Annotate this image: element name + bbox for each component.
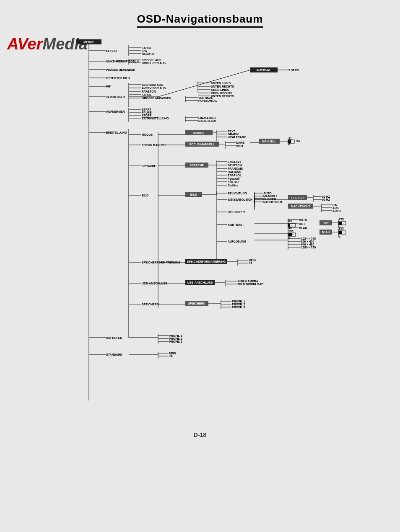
- svg-text:WEIT: WEIT: [236, 145, 244, 147]
- content-area: AVerMedia text { font-family: Arial, Hel…: [7, 36, 393, 423]
- svg-text:NEIN: NEIN: [169, 352, 176, 355]
- svg-text:HIGH FRAME: HIGH FRAME: [228, 136, 247, 139]
- svg-text:TEXT: TEXT: [228, 130, 236, 133]
- svg-text:0: 0: [288, 236, 290, 239]
- svg-text:ZEITEINSTELLUNG: ZEITEINSTELLUNG: [142, 117, 169, 120]
- svg-text:OBEN LINKS: OBEN LINKS: [211, 88, 229, 91]
- diagram-area: text { font-family: Arial, Helvetica, sa…: [74, 36, 393, 423]
- svg-text:DAUERLAUF: DAUERLAUF: [198, 119, 217, 122]
- svg-text:PROFIL  3: PROFIL 3: [232, 306, 245, 309]
- page-title: OSD-Navigationsbaum: [137, 13, 263, 28]
- svg-text:800  × 600: 800 × 600: [301, 240, 314, 243]
- svg-text:HORIZONTAL: HORIZONTAL: [198, 99, 218, 102]
- svg-text:USB-ANSCHLUSS: USB-ANSCHLUSS: [187, 281, 213, 284]
- svg-text:NACHTSICHT: NACHTSICHT: [291, 205, 310, 208]
- svg-text:STOPP: STOPP: [142, 114, 152, 117]
- svg-text:1024 × 768: 1024 × 768: [301, 237, 316, 240]
- svg-text:HELLIGKEIT: HELLIGKEIT: [228, 211, 245, 214]
- page-number: D-18: [194, 431, 206, 438]
- svg-text:60 HZ: 60 HZ: [322, 198, 330, 201]
- svg-text:PROFIL  2: PROFIL 2: [232, 303, 245, 306]
- svg-text:NEIN: NEIN: [249, 259, 256, 262]
- svg-text:SPRACHE: SPRACHE: [142, 165, 156, 168]
- svg-text:640  × 480: 640 × 480: [301, 243, 314, 246]
- svg-text:UNTEN RECHTS: UNTEN RECHTS: [211, 85, 234, 88]
- logo-prefix: AVer: [7, 35, 42, 53]
- svg-text:21: 21: [288, 137, 292, 140]
- svg-text:INTERVAL: INTERVAL: [257, 69, 271, 72]
- svg-text:AUFLÖSUNG: AUFLÖSUNG: [228, 240, 247, 243]
- svg-text:OBEN RECHTS: OBEN RECHTS: [211, 92, 232, 95]
- svg-text:SPEICHERN: SPEICHERN: [188, 302, 205, 305]
- svg-text:AUTO: AUTO: [299, 218, 307, 221]
- svg-text:EINZELBILD: EINZELBILD: [198, 116, 216, 119]
- svg-text:MENUE: MENUE: [83, 41, 94, 44]
- svg-text:PRÄSENTIERENDER: PRÄSENTIERENDER: [106, 68, 135, 71]
- svg-text:JA: JA: [249, 262, 252, 265]
- svg-text:BLAU: BLAU: [299, 227, 307, 230]
- svg-text:POLSKI: POLSKI: [228, 181, 239, 183]
- svg-text:ESPAÑOL: ESPAÑOL: [228, 173, 242, 177]
- svg-text:MANUELL: MANUELL: [262, 140, 277, 143]
- svg-text:MANUELL: MANUELL: [263, 195, 278, 198]
- svg-text:PIP: PIP: [106, 85, 111, 88]
- svg-text:KONTRAST: KONTRAST: [228, 223, 244, 226]
- svg-text:SPEICHERN: SPEICHERN: [142, 303, 159, 306]
- svg-text:DEUTSCH: DEUTSCH: [228, 164, 242, 167]
- svg-text:PAUSE: PAUSE: [142, 111, 152, 114]
- page: OSD-Navigationsbaum AVerMedia text { fon…: [0, 0, 400, 532]
- svg-text:54: 54: [296, 139, 300, 142]
- svg-text:AUFNEHMEN: AUFNEHMEN: [106, 110, 125, 113]
- svg-text:USB-KAMERA: USB-KAMERA: [238, 280, 258, 283]
- svg-rect-212: [339, 231, 342, 234]
- svg-text:JA: JA: [169, 355, 173, 358]
- svg-text:PROFIL  1: PROFIL 1: [169, 334, 182, 337]
- svg-text:AUFRUFEN: AUFRUFEN: [106, 336, 122, 339]
- svg-text:255: 255: [339, 218, 344, 221]
- svg-text:BLAU: BLAU: [322, 231, 330, 234]
- logo-area: AVerMedia: [7, 36, 74, 85]
- svg-text:PROFIL  3: PROFIL 3: [169, 340, 182, 343]
- svg-text:Русский: Русский: [228, 177, 239, 181]
- svg-text:16: 16: [288, 226, 292, 229]
- svg-text:MODUS: MODUS: [142, 133, 153, 136]
- svg-text:UNTEN LINKS: UNTEN LINKS: [211, 82, 231, 85]
- svg-text:GRAFIK: GRAFIK: [228, 133, 239, 136]
- svg-text:ENGLISH: ENGLISH: [228, 160, 241, 163]
- svg-text:ROT: ROT: [299, 222, 306, 225]
- svg-text:FARBTON: FARBTON: [142, 90, 156, 93]
- svg-text:1280 × 720: 1280 × 720: [301, 246, 316, 249]
- svg-text:AVERVISOR AUS: AVERVISOR AUS: [142, 87, 166, 90]
- svg-text:UMKEHREN  AUS: UMKEHREN AUS: [142, 62, 166, 65]
- svg-rect-203: [339, 222, 342, 225]
- svg-text:AUTO: AUTO: [263, 192, 272, 195]
- svg-text:50 HZ: 50 HZ: [322, 195, 330, 198]
- svg-text:AVERBOX AUS: AVERBOX AUS: [142, 83, 163, 86]
- svg-text:WEISSABGLEICH: WEISSABGLEICH: [228, 198, 252, 201]
- svg-text:AUS: AUS: [332, 207, 339, 209]
- svg-text:ITALIANO: ITALIANO: [228, 170, 242, 173]
- svg-text:UNTEN RECHTS: UNTEN RECHTS: [211, 95, 234, 98]
- svg-text:S/W: S/W: [142, 49, 148, 52]
- svg-text:AUTO: AUTO: [332, 209, 341, 212]
- svg-text:255: 255: [288, 230, 294, 232]
- svg-text:GETEILTES BILD: GETEILTES BILD: [106, 77, 130, 80]
- svg-text:START: START: [142, 108, 152, 111]
- svg-text:ZEITMESSER: ZEITMESSER: [106, 96, 125, 98]
- svg-text:FLICKER: FLICKER: [291, 196, 304, 199]
- svg-rect-225: [288, 233, 292, 236]
- svg-text:BELICHTUNG: BELICHTUNG: [228, 192, 247, 195]
- svg-text:NACHTSICHT: NACHTSICHT: [263, 201, 283, 204]
- svg-text:SPIEGEL    AUS: SPIEGEL AUS: [142, 59, 161, 62]
- nav-tree-svg: text { font-family: Arial, Helvetica, sa…: [74, 36, 393, 421]
- svg-text:PROFIL  2: PROFIL 2: [169, 337, 182, 340]
- svg-text:FOCUS MANUELL: FOCUS MANUELL: [190, 143, 215, 146]
- svg-text:FARBE: FARBE: [142, 93, 152, 96]
- svg-text:BILD: BILD: [142, 194, 148, 197]
- svg-text:SPEICHERFORMATIERUNG: SPEICHERFORMATIERUNG: [187, 260, 226, 263]
- svg-line-289: [158, 70, 250, 97]
- svg-text:EIN: EIN: [332, 204, 338, 207]
- svg-text:MODUS: MODUS: [193, 132, 204, 134]
- svg-text:0: 0: [339, 235, 340, 238]
- svg-text:UMKEHREN/SPIEGELN: UMKEHREN/SPIEGELN: [106, 60, 139, 63]
